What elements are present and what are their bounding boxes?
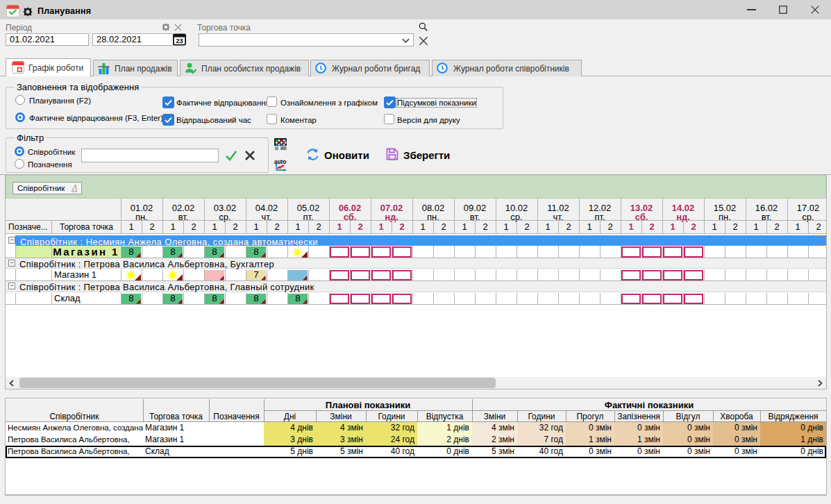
svg-text:23: 23 (176, 37, 183, 44)
